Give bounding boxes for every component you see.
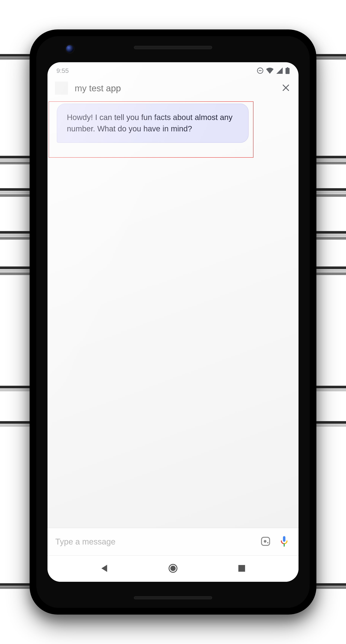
nav-home-button[interactable] [166, 562, 180, 575]
bot-message-text: Howdy! I can tell you fun facts about al… [67, 113, 232, 133]
device-screen: 9:55 [47, 62, 299, 582]
battery-icon [286, 67, 290, 74]
bot-message-bubble: Howdy! I can tell you fun facts about al… [57, 104, 249, 143]
phone-frame: 9:55 [30, 30, 316, 614]
lens-icon [260, 536, 271, 548]
status-bar: 9:55 [47, 62, 299, 79]
close-button[interactable] [281, 83, 291, 93]
app-header: my test app [47, 79, 299, 100]
svg-point-12 [170, 566, 176, 571]
lens-button[interactable] [259, 535, 272, 548]
status-icons [257, 67, 290, 74]
mockup-stage: 9:55 [0, 0, 346, 644]
signal-icon [276, 68, 283, 74]
close-icon [282, 84, 290, 92]
recents-icon [238, 564, 245, 573]
app-title: my test app [75, 83, 274, 93]
bottom-speaker [134, 596, 212, 599]
svg-rect-3 [287, 67, 288, 68]
android-navbar [47, 556, 299, 582]
conversation-area[interactable]: Howdy! I can tell you fun facts about al… [47, 100, 299, 528]
nav-back-button[interactable] [98, 562, 111, 575]
front-camera [66, 45, 73, 52]
back-icon [101, 564, 108, 574]
message-input[interactable] [55, 537, 254, 546]
mic-icon [279, 536, 289, 548]
composer-row [47, 528, 299, 556]
home-icon [168, 564, 178, 574]
svg-rect-13 [238, 565, 245, 572]
wifi-icon [266, 68, 274, 74]
svg-point-7 [264, 540, 267, 543]
app-avatar [55, 82, 68, 95]
svg-rect-2 [286, 68, 290, 74]
nav-recents-button[interactable] [235, 562, 248, 575]
svg-point-8 [267, 542, 269, 544]
earpiece [134, 46, 212, 49]
dnd-icon [257, 67, 264, 74]
status-time: 9:55 [56, 67, 69, 74]
svg-rect-9 [283, 536, 286, 542]
mic-button[interactable] [278, 535, 291, 548]
